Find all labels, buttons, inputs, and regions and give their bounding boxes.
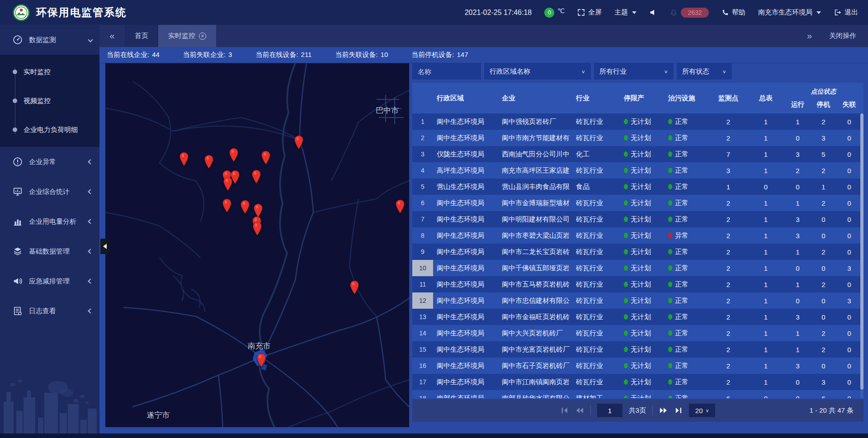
table-row[interactable]: 1阆中生态环境局阆中强锐页岩砖厂砖瓦行业无计划正常21120 xyxy=(412,113,863,130)
help-button[interactable]: 帮助 xyxy=(722,8,745,17)
table-row[interactable]: 15阆中生态环境局阆中市光富页岩机砖厂砖瓦行业无计划正常21120 xyxy=(412,341,863,358)
cell-halt: 0 xyxy=(811,358,836,374)
cell-row-number: 18 xyxy=(412,390,433,398)
cell-row-number: 13 xyxy=(412,309,433,325)
cell-facility-status: 正常 xyxy=(668,162,710,179)
org-dropdown[interactable]: 南充市生态环境局 xyxy=(758,8,821,17)
table-row[interactable]: 5营山生态环境局营山县润丰肉食品有限食品无计划正常10010 xyxy=(412,179,863,195)
table-row[interactable]: 17阆中生态环境局阆中市江南镇阆南页岩砖瓦行业无计划正常21030 xyxy=(412,374,863,390)
map-pin-icon[interactable] xyxy=(203,155,214,170)
cell-meter: 1 xyxy=(747,374,785,390)
map-pin-icon[interactable] xyxy=(251,170,262,184)
notifications[interactable]: 2632 xyxy=(670,8,709,18)
cell-facility-status: 正常 xyxy=(668,113,710,130)
sidebar-item-realtime-monitor[interactable]: 实时监控 xyxy=(0,57,99,86)
cell-industry: 建材加工 xyxy=(576,390,624,398)
sidebar-collapse-button[interactable] xyxy=(100,239,109,254)
cell-run: 1 xyxy=(785,195,811,211)
cell-region: 阆中生态环境局 xyxy=(433,341,502,358)
chevron-left-icon xyxy=(88,278,93,283)
sidebar-item-power-load-detail[interactable]: 企业电力负荷明细 xyxy=(0,115,99,144)
chevron-down-icon xyxy=(632,11,637,14)
scrollbar-thumb[interactable] xyxy=(860,113,863,390)
sidebar-item-emergency-reduction[interactable]: 应急减排管理 xyxy=(0,266,99,296)
map-panel[interactable]: 巴中市南充市遂宁市 xyxy=(105,63,409,427)
cell-lost: 0 xyxy=(836,374,862,390)
map-pin-icon[interactable] xyxy=(395,200,406,214)
map-pin-icon[interactable] xyxy=(179,152,189,166)
page-size-select[interactable]: 20∨ xyxy=(689,404,715,417)
tabs-scroll-right-button[interactable]: » xyxy=(807,31,812,41)
last-page-button[interactable] xyxy=(675,406,683,414)
table-row[interactable]: 6阆中生态环境局阆中市金博瑞新型墙材砖瓦行业无计划正常21120 xyxy=(412,195,863,211)
sidebar-item-power-analysis[interactable]: 企业用电量分析 xyxy=(0,207,99,236)
table-row[interactable]: 2阆中生态环境局阆中市南方节能建材有砖瓦行业无计划正常21030 xyxy=(412,130,863,146)
cell-facility-status: 正常 xyxy=(668,358,710,374)
status-dot-green xyxy=(668,184,672,189)
theme-dropdown[interactable]: 主题 xyxy=(614,8,637,17)
region-select[interactable]: 行政区域名称∨ xyxy=(484,63,591,80)
cell-region: 阆中生态环境局 xyxy=(433,325,502,341)
cell-region: 营山生态环境局 xyxy=(433,179,502,195)
table-row[interactable]: 4高坪生态环境局南充市高坪区王家店建砖瓦行业无计划正常31220 xyxy=(412,162,863,179)
cell-points: 2 xyxy=(710,130,747,146)
map-pin-icon[interactable] xyxy=(293,135,304,150)
sidebar-item-video-monitor[interactable]: 视频监控 xyxy=(0,86,99,115)
cell-company: 阆中市光富页岩机砖厂 xyxy=(502,341,576,358)
sidebar-item-enterprise-anomaly[interactable]: 企业异常 xyxy=(0,147,99,177)
status-dot-green xyxy=(624,151,628,157)
map-pin-icon[interactable] xyxy=(228,148,239,163)
table-scrollbar[interactable] xyxy=(860,113,863,398)
map-pin-icon[interactable] xyxy=(256,353,267,368)
cell-company: 阆中市南方节能建材有 xyxy=(502,130,576,146)
prev-page-button[interactable] xyxy=(575,406,584,414)
map-pin-icon[interactable] xyxy=(260,151,271,165)
table-row[interactable]: 8阆中生态环境局阆中市枣碧大梁山页岩砖瓦行业无计划异常21300 xyxy=(412,227,863,244)
cell-run: 3 xyxy=(785,211,811,227)
status-select[interactable]: 所有状态∨ xyxy=(677,63,732,80)
table-row[interactable]: 18南部生态环境局南部县砖华水泥有限公建材加工无计划正常60060 xyxy=(412,390,863,398)
sidebar-item-log-view[interactable]: 日志查看 xyxy=(0,296,99,326)
cell-halt: 6 xyxy=(811,390,836,398)
mute-button[interactable] xyxy=(649,9,657,16)
cell-points: 2 xyxy=(710,211,747,227)
table-row[interactable]: 13阆中生态环境局阆中市金福旺页岩机砖砖瓦行业无计划正常21300 xyxy=(412,309,863,325)
table-row[interactable]: 3仪陇生态环境局西南油气田分公司川中化工无计划正常71350 xyxy=(412,146,863,162)
industry-select[interactable]: 所有行业∨ xyxy=(594,63,674,80)
cell-run: 3 xyxy=(785,358,811,374)
map-pin-icon[interactable] xyxy=(222,177,233,191)
cell-region: 阆中生态环境局 xyxy=(433,130,502,146)
cell-region: 阆中生态环境局 xyxy=(433,309,502,325)
tab-realtime-monitor[interactable]: 实时监控 ✕ xyxy=(158,25,216,47)
tabs-scroll-left-button[interactable]: « xyxy=(99,25,125,47)
table-row[interactable]: 10阆中生态环境局阆中千佛镇五郎垭页岩砖瓦行业无计划正常21003 xyxy=(412,260,863,276)
name-search-input[interactable] xyxy=(412,63,481,80)
page-number-input[interactable] xyxy=(597,404,623,417)
tab-home[interactable]: 首页 xyxy=(125,25,158,47)
sidebar-item-base-data[interactable]: 基础数据管理 xyxy=(0,236,99,266)
cell-company: 阆中市二龙长宝页岩砖 xyxy=(502,244,576,260)
status-dot-green xyxy=(624,379,628,385)
map-pin-icon[interactable] xyxy=(222,198,232,213)
map-pin-icon[interactable] xyxy=(252,221,263,236)
table-row[interactable]: 16阆中生态环境局阆中市石子页岩机砖厂砖瓦行业无计划正常21300 xyxy=(412,358,863,374)
close-operations-button[interactable]: 关闭操作 xyxy=(829,32,856,40)
map-pin-icon[interactable] xyxy=(349,281,360,295)
table-row[interactable]: 9阆中生态环境局阆中市二龙长宝页岩砖砖瓦行业无计划正常21120 xyxy=(412,244,863,260)
table-header: 行政区域 企业 行业 停限产 治污设施 监测点 总表 点位状态 运行 停机 失联 xyxy=(412,83,863,113)
sidebar-item-enterprise-stats[interactable]: 企业综合统计 xyxy=(0,177,99,207)
next-page-button[interactable] xyxy=(659,406,668,414)
first-page-button[interactable] xyxy=(561,406,569,414)
sidebar-item-data-monitoring[interactable]: 数据监测 xyxy=(0,25,99,55)
close-icon[interactable]: ✕ xyxy=(199,33,206,40)
table-row[interactable]: 11阆中生态环境局阆中市五马桥页岩机砖砖瓦行业无计划正常21120 xyxy=(412,276,863,292)
table-row[interactable]: 14阆中生态环境局阆中大兴页岩机砖厂砖瓦行业无计划正常21120 xyxy=(412,325,863,341)
table-row[interactable]: 12阆中生态环境局阆中市忠信建材有限公砖瓦行业无计划正常21003 xyxy=(412,292,863,309)
map-pin-icon[interactable] xyxy=(240,200,250,215)
fullscreen-button[interactable]: 全屏 xyxy=(577,8,602,17)
table-row[interactable]: 7阆中生态环境局阆中明阳建材有限公司砖瓦行业无计划正常21300 xyxy=(412,211,863,227)
logout-button[interactable]: 退出 xyxy=(834,8,858,17)
cell-run: 0 xyxy=(785,390,811,398)
status-dot-green xyxy=(668,249,672,254)
last-page-icon xyxy=(675,406,683,414)
